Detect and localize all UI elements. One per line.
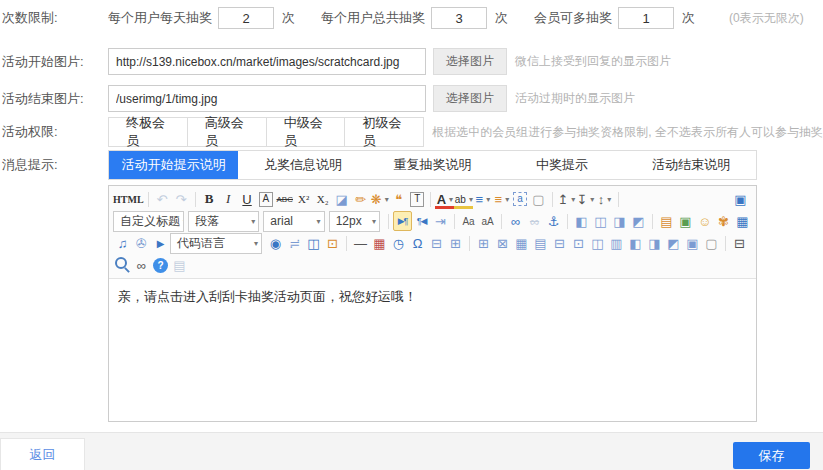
insert-col-icon[interactable]: ⊡: [569, 233, 588, 253]
insert-image-icon[interactable]: ▤: [657, 211, 676, 231]
font-family-select[interactable]: arial▾: [263, 211, 324, 232]
attachment-icon[interactable]: ✇: [132, 233, 151, 253]
dir-ltr-icon[interactable]: ▶¶: [393, 211, 412, 231]
autotypeset-icon[interactable]: ❋▾: [370, 189, 389, 209]
split-cell-icon[interactable]: ▣: [683, 233, 702, 253]
toolbar-separator: [567, 214, 568, 229]
help-icon[interactable]: ?: [153, 258, 168, 273]
subscript-icon[interactable]: X₂: [313, 189, 332, 209]
indent-icon[interactable]: ⇥: [431, 211, 450, 231]
search-icon[interactable]: [113, 255, 132, 275]
delete-row-icon[interactable]: ◫: [588, 233, 607, 253]
time-icon[interactable]: ◷: [389, 233, 408, 253]
line-height-icon[interactable]: ↕▾: [595, 189, 614, 209]
delete-col-icon[interactable]: ▥: [607, 233, 626, 253]
image-align-right-icon[interactable]: ◨: [610, 211, 629, 231]
redo-icon[interactable]: ↷: [172, 189, 191, 209]
member-senior-button[interactable]: 高级会员: [187, 117, 267, 147]
para-spacing-top-icon[interactable]: ↥▾: [557, 189, 576, 209]
italic-icon[interactable]: I: [219, 189, 238, 209]
font-size-select[interactable]: 12px▾: [329, 211, 380, 232]
tab-win-notice[interactable]: 中奖提示: [497, 151, 626, 179]
toolbar-separator: [652, 214, 653, 229]
format-brush-icon[interactable]: ✏: [351, 189, 370, 209]
special-char-icon[interactable]: Ω: [408, 233, 427, 253]
ordered-list-icon[interactable]: ≡▾: [473, 189, 492, 209]
code-language-select[interactable]: 代码语言▾: [170, 233, 262, 254]
map-icon[interactable]: ◉: [266, 233, 285, 253]
merge-right-icon[interactable]: ◨: [645, 233, 664, 253]
font-color-icon[interactable]: A▾: [435, 189, 454, 209]
highlight-color-icon[interactable]: ab▾: [454, 189, 473, 209]
unordered-list-icon[interactable]: ≡▾: [492, 189, 511, 209]
para-spacing-bottom-icon[interactable]: ↧▾: [576, 189, 595, 209]
date-icon[interactable]: ▦: [370, 233, 389, 253]
columns-icon[interactable]: ◫: [304, 233, 323, 253]
back-button[interactable]: 返回: [0, 438, 85, 470]
anchor-a-icon[interactable]: a: [513, 192, 527, 206]
print-icon[interactable]: ⊟: [730, 233, 749, 253]
insert-table-icon[interactable]: ⊞: [474, 233, 493, 253]
snapshot-icon[interactable]: ⊡: [323, 233, 342, 253]
per-day-input[interactable]: [218, 7, 274, 29]
member-ultimate-button[interactable]: 终极会员: [108, 117, 188, 147]
paragraph-select[interactable]: 段落▾: [188, 211, 259, 232]
merge-down-icon[interactable]: ◩: [664, 233, 683, 253]
image-align-left-icon[interactable]: ◧: [572, 211, 591, 231]
dir-rtl-icon[interactable]: ¶◀: [412, 211, 431, 231]
paste-plain-icon[interactable]: T: [410, 192, 424, 207]
underline-icon[interactable]: U: [238, 189, 257, 209]
horizontal-rule-icon[interactable]: —: [351, 233, 370, 253]
unlink-icon[interactable]: ∞: [525, 211, 544, 231]
end-image-choose-button[interactable]: 选择图片: [433, 85, 507, 112]
link-icon[interactable]: ∞: [506, 211, 525, 231]
fullscreen-icon[interactable]: ▣: [731, 189, 750, 209]
page-doc-icon[interactable]: ▢: [702, 233, 721, 253]
tab-repeat-draw[interactable]: 重复抽奖说明: [368, 151, 497, 179]
tab-activity-start-notice[interactable]: 活动开始提示说明: [109, 151, 238, 179]
member-junior-button[interactable]: 初级会员: [344, 117, 424, 147]
anchor-icon[interactable]: ⚓: [544, 211, 563, 231]
paste-icon[interactable]: ▤: [170, 255, 189, 275]
footer-bar: 返回 保存: [0, 432, 823, 470]
lowercase-icon[interactable]: aA: [478, 211, 497, 231]
scrawl-icon[interactable]: ✾: [714, 211, 733, 231]
superscript-icon[interactable]: X²: [294, 189, 313, 209]
blockquote-icon[interactable]: ❝: [389, 189, 408, 209]
tab-redeem-info[interactable]: 兑奖信息说明: [238, 151, 367, 179]
insert-frame-icon[interactable]: ▶: [151, 233, 170, 253]
eraser-icon[interactable]: ◪: [332, 189, 351, 209]
total-input[interactable]: [431, 7, 487, 29]
tab-activity-end[interactable]: 活动结束说明: [627, 151, 756, 179]
find-replace-icon[interactable]: ∞: [132, 255, 151, 275]
uppercase-icon[interactable]: Aa: [459, 211, 478, 231]
merge-cells-icon[interactable]: ◧: [626, 233, 645, 253]
online-image-icon[interactable]: ▣: [676, 211, 695, 231]
blank-doc-icon[interactable]: ▢: [529, 189, 548, 209]
start-image-choose-button[interactable]: 选择图片: [433, 48, 507, 75]
member-middle-button[interactable]: 中级会员: [266, 117, 346, 147]
template-icon[interactable]: ⊞: [446, 233, 465, 253]
image-align-center-icon[interactable]: ◫: [591, 211, 610, 231]
image-block-icon[interactable]: ◩: [629, 211, 648, 231]
html-source-button[interactable]: HTML: [113, 189, 144, 209]
insert-row-icon[interactable]: ⊟: [550, 233, 569, 253]
bold-icon[interactable]: B: [200, 189, 219, 209]
insert-video-icon[interactable]: ▦: [733, 211, 752, 231]
pagebreak-icon[interactable]: ⊟: [427, 233, 446, 253]
gmap-icon[interactable]: ≓: [285, 233, 304, 253]
heading-select[interactable]: 自定义标题▾: [113, 211, 184, 232]
music-icon[interactable]: ♫: [113, 233, 132, 253]
undo-icon[interactable]: ↶: [153, 189, 172, 209]
start-image-url-input[interactable]: [108, 48, 426, 75]
member-extra-input[interactable]: [618, 7, 674, 29]
delete-table-icon[interactable]: ⊠: [493, 233, 512, 253]
font-border-icon[interactable]: A: [259, 192, 274, 207]
table-title-icon[interactable]: ▤: [531, 233, 550, 253]
save-button[interactable]: 保存: [733, 442, 810, 469]
table-caption-icon[interactable]: ▦: [512, 233, 531, 253]
end-image-url-input[interactable]: [108, 85, 426, 112]
editor-content-area[interactable]: 亲，请点击进入刮刮卡抽奖活动页面，祝您好运哦！: [109, 279, 756, 421]
emoticon-icon[interactable]: ☺: [695, 211, 714, 231]
strikethrough-icon[interactable]: ABC: [275, 189, 294, 209]
